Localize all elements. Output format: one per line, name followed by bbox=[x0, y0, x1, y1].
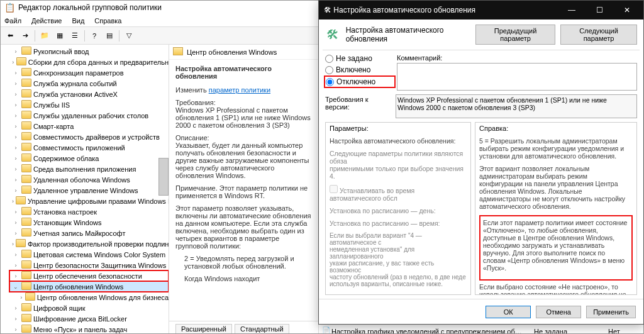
tree-toggle-icon[interactable]: › bbox=[12, 70, 19, 76]
help-p3: Если этот параметр политики имеет состоя… bbox=[483, 219, 629, 272]
tree-item[interactable]: ›Рукописный ввод bbox=[9, 46, 169, 57]
tree-item[interactable]: ›Шифрование диска BitLocker bbox=[9, 313, 169, 324]
folder-icon bbox=[25, 292, 35, 303]
radio-enabled[interactable]: Включено bbox=[325, 65, 394, 74]
tree-toggle-icon[interactable]: › bbox=[12, 209, 19, 215]
tree-toggle-icon[interactable]: › bbox=[12, 145, 19, 151]
help-p1: 5 = Разрешить локальным администраторам … bbox=[479, 137, 633, 160]
apply-button[interactable]: Применить bbox=[586, 306, 636, 318]
menu-action[interactable]: Действие bbox=[31, 17, 62, 25]
tree-toggle-icon[interactable]: › bbox=[12, 48, 19, 55]
tree-toggle-icon[interactable]: › bbox=[12, 187, 19, 194]
tree-item[interactable]: ›Служба журнала событий bbox=[9, 78, 169, 89]
tree-toggle-icon[interactable]: › bbox=[12, 113, 19, 119]
tree-item[interactable]: ›Совместимость приложений bbox=[9, 142, 169, 153]
tree-item[interactable]: ›Меню «Пуск» и панель задач bbox=[9, 324, 169, 333]
tree-toggle-icon[interactable]: › bbox=[12, 326, 19, 333]
tree-toggle-icon[interactable]: › bbox=[12, 273, 19, 279]
tree-item[interactable]: ›Содержимое облака bbox=[9, 153, 169, 164]
menu-help[interactable]: Справка bbox=[94, 17, 121, 25]
tree-item-label: Цифровой ящик bbox=[33, 304, 86, 312]
tree-item[interactable]: ›Центр обеспечения безопасности bbox=[9, 270, 169, 281]
tree-item[interactable]: ›Установщик Windows bbox=[9, 217, 169, 228]
requirements-heading: Требования: bbox=[175, 99, 216, 106]
tree-item[interactable]: ›Цветовая система Windows Color System bbox=[9, 249, 169, 260]
tree-item[interactable]: ›Цифровой ящик bbox=[9, 303, 169, 313]
tab-extended[interactable]: Расширенный bbox=[175, 324, 232, 333]
maximize-button[interactable]: ☐ bbox=[586, 1, 613, 19]
back-button[interactable]: ⬅ bbox=[3, 29, 17, 43]
tree-item[interactable]: ›Установка настроек bbox=[9, 206, 169, 217]
tab-standard[interactable]: Стандартный bbox=[235, 324, 289, 333]
tree-item[interactable]: ›Фактор производительной проверки подлин… bbox=[9, 238, 169, 249]
cancel-button[interactable]: Отмена bbox=[536, 306, 581, 318]
tree-toggle-icon[interactable]: › bbox=[12, 123, 19, 130]
tree-item[interactable]: ›Центр безопасности Защитника Windows bbox=[9, 260, 169, 270]
tree-item[interactable]: ›Службы удаленных рабочих столов bbox=[9, 110, 169, 121]
tree-item[interactable]: ›Управление цифровыми правами Windows M bbox=[9, 196, 169, 206]
requirements-textarea[interactable] bbox=[396, 94, 637, 118]
tree-toggle-icon[interactable]: › bbox=[12, 220, 19, 226]
tree-toggle-icon[interactable]: › bbox=[12, 305, 19, 311]
tree-item[interactable]: ›Служба установки ActiveX bbox=[9, 89, 169, 99]
tree-item[interactable]: ›Учетная запись Майкрософт bbox=[9, 228, 169, 238]
minimize-button[interactable]: — bbox=[558, 1, 586, 19]
folder-icon bbox=[21, 314, 31, 324]
tree-item[interactable]: ›Удаленное управление Windows bbox=[9, 185, 169, 196]
comment-textarea[interactable] bbox=[397, 63, 637, 91]
tree-item[interactable]: ›Среда выполнения приложения bbox=[9, 164, 169, 174]
tree-toggle-icon[interactable]: › bbox=[12, 59, 14, 65]
tree-item[interactable]: ›Совместимость драйверов и устройств bbox=[9, 131, 169, 142]
filter-button[interactable]: ▽ bbox=[122, 29, 136, 43]
help-heading: Справка: bbox=[475, 123, 636, 133]
up-button[interactable]: 📁 bbox=[38, 29, 52, 43]
tree-toggle-icon[interactable]: › bbox=[12, 198, 14, 204]
tree-toggle-icon[interactable]: › bbox=[12, 230, 19, 237]
tree-toggle-icon[interactable]: › bbox=[12, 91, 19, 97]
tree-item[interactable]: ›Удаленная оболочка Windows bbox=[9, 174, 169, 185]
tree-item-label: Содержимое облака bbox=[33, 155, 99, 162]
list-row[interactable]: Настройка графика уведомлений с предупре… bbox=[319, 326, 643, 333]
ok-button[interactable]: ОК bbox=[486, 306, 531, 318]
list-view-button[interactable]: ▦ bbox=[53, 29, 67, 43]
detail-view-button[interactable]: ☰ bbox=[68, 29, 82, 43]
radio-disabled[interactable]: Отключено bbox=[325, 77, 394, 87]
tree-toggle-icon[interactable]: › bbox=[12, 134, 19, 140]
tree-scrollbar[interactable] bbox=[158, 158, 169, 196]
tree-pane[interactable]: ›Рукописный ввод›Сборки для сбора данных… bbox=[1, 45, 169, 333]
close-button[interactable]: ✕ bbox=[613, 1, 641, 19]
dialog-top: 🛠 Настройка автоматического обновления П… bbox=[319, 19, 643, 50]
folder-icon bbox=[21, 143, 31, 153]
folder-icon bbox=[21, 111, 31, 121]
tree-toggle-icon[interactable]: › bbox=[12, 316, 19, 322]
tree-toggle-icon[interactable]: › bbox=[12, 81, 19, 87]
tree-toggle-icon[interactable]: ⌄ bbox=[12, 284, 19, 290]
menu-file[interactable]: Файл bbox=[4, 17, 21, 25]
tree-toggle-icon[interactable]: › bbox=[12, 102, 19, 108]
export-button[interactable]: ▤ bbox=[103, 29, 116, 43]
edit-param-link[interactable]: параметр политики bbox=[209, 86, 270, 94]
tree-item[interactable]: ›Смарт-карта bbox=[9, 121, 169, 131]
prev-setting-button[interactable]: Предыдущий параметр bbox=[475, 25, 555, 45]
tree-toggle-icon[interactable]: › bbox=[12, 262, 19, 269]
param-line: Установка по расписанию — время: bbox=[330, 220, 467, 227]
next-setting-button[interactable]: Следующий параметр bbox=[560, 25, 637, 45]
help-button[interactable]: ? bbox=[87, 29, 101, 43]
tree-item[interactable]: ›Сборки для сбора данных и предварительн bbox=[9, 57, 169, 67]
menu-view[interactable]: Вид bbox=[72, 17, 84, 25]
tree-item[interactable]: ›Синхронизация параметров bbox=[9, 67, 169, 78]
forward-button[interactable]: ➔ bbox=[18, 29, 32, 43]
tree-item-label: Синхронизация параметров bbox=[33, 69, 123, 77]
tree-toggle-icon[interactable]: › bbox=[12, 241, 14, 247]
tree-toggle-icon[interactable]: › bbox=[12, 155, 19, 162]
dialog-title-bar[interactable]: 🛠 Настройка автоматического обновления —… bbox=[319, 1, 643, 19]
radio-not-configured[interactable]: Не задано bbox=[325, 54, 394, 63]
folder-icon bbox=[21, 89, 31, 99]
tree-item[interactable]: ›Центр обновления Windows для бизнеса bbox=[17, 292, 169, 303]
tree-toggle-icon[interactable]: › bbox=[12, 177, 19, 183]
tree-item[interactable]: ›Службы IIS bbox=[9, 99, 169, 110]
tree-toggle-icon[interactable]: › bbox=[12, 252, 19, 258]
tree-toggle-icon[interactable]: › bbox=[12, 166, 19, 172]
tree-toggle-icon[interactable]: › bbox=[19, 294, 23, 301]
tree-item[interactable]: ⌄Центр обновления Windows bbox=[9, 281, 169, 292]
